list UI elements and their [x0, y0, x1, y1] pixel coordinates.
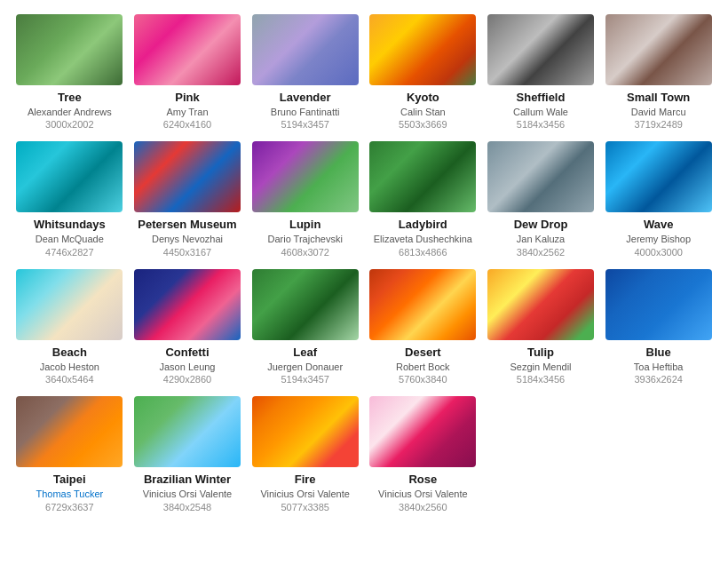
- thumbnail-tulip: [487, 269, 594, 340]
- item-author-whitsundays: Dean McQuade: [36, 233, 104, 245]
- item-title-ladybird: Ladybird: [399, 218, 447, 233]
- grid-item-lavender[interactable]: Lavender Bruno Fantinatti 5194x3457: [249, 14, 360, 131]
- item-author-confetti: Jason Leung: [159, 361, 215, 373]
- grid-item-tree[interactable]: Tree Alexander Andrews 3000x2002: [14, 14, 125, 131]
- grid-item-beach[interactable]: Beach Jacob Heston 3640x5464: [14, 269, 125, 385]
- item-title-lupin: Lupin: [289, 218, 320, 233]
- thumbnail-small-town: [605, 14, 712, 85]
- grid-item-pink[interactable]: Pink Amy Tran 6240x4160: [132, 14, 243, 131]
- thumbnail-leaf: [252, 269, 359, 340]
- item-author-brazilian-winter: Vinicius Orsi Valente: [143, 488, 232, 500]
- grid-item-petersen-museum[interactable]: Petersen Museum Denys Nevozhai 4450x3167: [132, 141, 243, 258]
- thumbnail-wave: [605, 141, 712, 212]
- item-dims-petersen-museum: 4450x3167: [163, 246, 211, 258]
- item-author-kyoto: Calin Stan: [400, 106, 446, 118]
- grid-item-kyoto[interactable]: Kyoto Calin Stan 5503x3669: [368, 14, 479, 131]
- photo-grid: Tree Alexander Andrews 3000x2002 Pink Am…: [14, 14, 714, 513]
- item-dims-whitsundays: 4746x2827: [45, 246, 93, 258]
- item-title-whitsundays: Whitsundays: [34, 218, 106, 233]
- item-author-desert: Robert Bock: [396, 361, 450, 373]
- grid-item-fire[interactable]: Fire Vinicius Orsi Valente 5077x3385: [249, 396, 360, 512]
- item-title-fire: Fire: [295, 473, 316, 488]
- thumbnail-ladybird: [369, 141, 476, 212]
- item-title-rose: Rose: [408, 473, 437, 488]
- grid-item-small-town[interactable]: Small Town David Marcu 3719x2489: [603, 14, 714, 131]
- grid-item-leaf[interactable]: Leaf Juergen Donauer 5194x3457: [249, 269, 360, 385]
- item-dims-taipei: 6729x3637: [45, 501, 93, 513]
- item-dims-lavender: 5194x3457: [281, 118, 328, 131]
- item-dims-rose: 3840x2560: [399, 501, 447, 513]
- grid-item-wave[interactable]: Wave Jeremy Bishop 4000x3000: [603, 141, 714, 258]
- item-author-pink: Amy Tran: [166, 106, 208, 118]
- item-dims-leaf: 5194x3457: [281, 373, 328, 385]
- item-dims-fire: 5077x3385: [281, 501, 328, 513]
- thumbnail-tree: [16, 14, 123, 85]
- item-author-taipei[interactable]: Thomas Tucker: [36, 488, 103, 500]
- item-title-desert: Desert: [405, 346, 440, 361]
- item-title-leaf: Leaf: [293, 346, 317, 361]
- item-author-small-town: David Marcu: [631, 106, 686, 118]
- thumbnail-lupin: [252, 141, 359, 212]
- item-title-dew-drop: Dew Drop: [514, 218, 568, 233]
- item-title-sheffield: Sheffield: [517, 91, 566, 106]
- thumbnail-sheffield: [487, 14, 594, 85]
- item-dims-confetti: 4290x2860: [163, 373, 211, 385]
- item-author-lavender: Bruno Fantinatti: [271, 106, 340, 118]
- thumbnail-whitsundays: [16, 141, 123, 212]
- grid-item-brazilian-winter[interactable]: Brazilian Winter Vinicius Orsi Valente 3…: [132, 396, 243, 512]
- grid-item-rose[interactable]: Rose Vinicius Orsi Valente 3840x2560: [368, 396, 479, 512]
- item-title-blue: Blue: [646, 346, 671, 361]
- item-dims-beach: 3640x5464: [45, 373, 93, 385]
- grid-item-tulip[interactable]: Tulip Sezgin Mendil 5184x3456: [486, 269, 597, 385]
- item-title-wave: Wave: [644, 218, 673, 233]
- item-author-petersen-museum: Denys Nevozhai: [152, 233, 223, 245]
- grid-item-sheffield[interactable]: Sheffield Callum Wale 5184x3456: [486, 14, 597, 131]
- item-title-lavender: Lavender: [280, 91, 331, 106]
- item-title-confetti: Confetti: [165, 346, 209, 361]
- grid-item-confetti[interactable]: Confetti Jason Leung 4290x2860: [132, 269, 243, 385]
- item-author-ladybird: Elizaveta Dushechkina: [374, 233, 472, 245]
- thumbnail-petersen-museum: [134, 141, 241, 212]
- item-dims-wave: 4000x3000: [634, 246, 682, 258]
- thumbnail-beach: [16, 269, 123, 340]
- thumbnail-taipei: [16, 396, 123, 467]
- item-author-sheffield: Callum Wale: [513, 106, 568, 118]
- item-author-tree: Alexander Andrews: [28, 106, 112, 118]
- grid-item-taipei[interactable]: Taipei Thomas Tucker 6729x3637: [14, 396, 125, 512]
- item-title-kyoto: Kyoto: [407, 91, 439, 106]
- item-author-wave: Jeremy Bishop: [626, 233, 691, 245]
- grid-item-ladybird[interactable]: Ladybird Elizaveta Dushechkina 6813x4866: [368, 141, 479, 258]
- item-author-blue: Toa Heftiba: [634, 361, 684, 373]
- item-dims-tulip: 5184x3456: [517, 373, 565, 385]
- item-dims-small-town: 3719x2489: [634, 118, 682, 131]
- item-title-tulip: Tulip: [527, 346, 554, 361]
- item-dims-brazilian-winter: 3840x2548: [163, 501, 211, 513]
- thumbnail-pink: [134, 14, 241, 85]
- grid-item-lupin[interactable]: Lupin Dario Trajchevski 4608x3072: [249, 141, 360, 258]
- thumbnail-desert: [369, 269, 476, 340]
- thumbnail-rose: [369, 396, 476, 467]
- item-author-beach: Jacob Heston: [40, 361, 99, 373]
- thumbnail-confetti: [134, 269, 241, 340]
- item-title-beach: Beach: [52, 346, 87, 361]
- item-dims-sheffield: 5184x3456: [517, 118, 565, 131]
- item-dims-desert: 5760x3840: [399, 373, 447, 385]
- item-title-small-town: Small Town: [627, 91, 690, 106]
- grid-item-whitsundays[interactable]: Whitsundays Dean McQuade 4746x2827: [14, 141, 125, 258]
- item-dims-blue: 3936x2624: [634, 373, 682, 385]
- thumbnail-brazilian-winter: [134, 396, 241, 467]
- item-dims-kyoto: 5503x3669: [399, 118, 447, 131]
- item-dims-dew-drop: 3840x2562: [517, 246, 565, 258]
- thumbnail-blue: [605, 269, 712, 340]
- item-dims-tree: 3000x2002: [45, 118, 93, 131]
- item-title-taipei: Taipei: [53, 473, 86, 488]
- grid-item-blue[interactable]: Blue Toa Heftiba 3936x2624: [603, 269, 714, 385]
- grid-item-desert[interactable]: Desert Robert Bock 5760x3840: [368, 269, 479, 385]
- item-dims-lupin: 4608x3072: [281, 246, 328, 258]
- thumbnail-lavender: [252, 14, 359, 85]
- item-title-tree: Tree: [58, 91, 82, 106]
- thumbnail-kyoto: [369, 14, 476, 85]
- item-title-petersen-museum: Petersen Museum: [138, 218, 236, 233]
- thumbnail-dew-drop: [487, 141, 594, 212]
- grid-item-dew-drop[interactable]: Dew Drop Jan Kaluza 3840x2562: [486, 141, 597, 258]
